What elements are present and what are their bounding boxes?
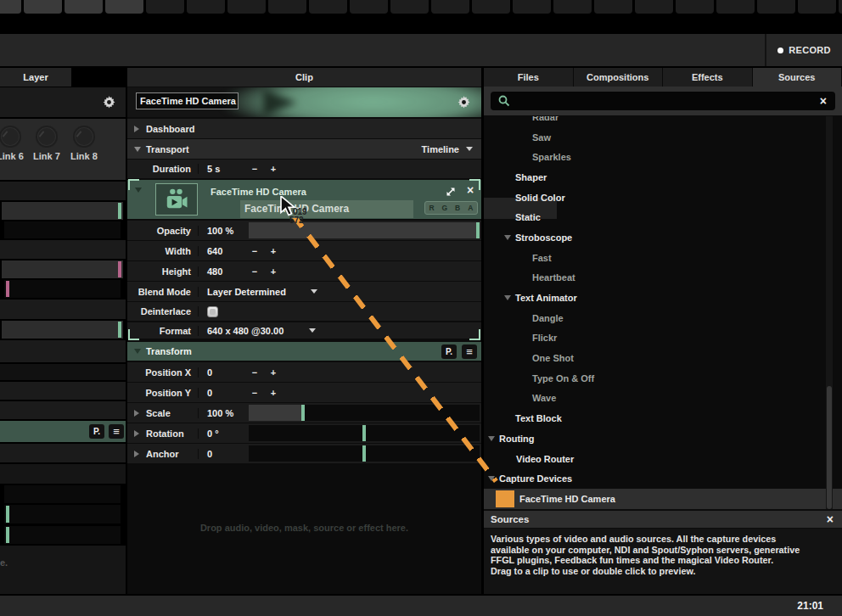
deinterlace-checkbox[interactable] xyxy=(207,306,218,317)
height-value[interactable]: 480 xyxy=(207,266,246,277)
transport-mode-dropdown[interactable]: Timeline xyxy=(422,144,481,154)
width-increment-button[interactable]: + xyxy=(267,246,280,256)
source-list-item[interactable]: Shaper xyxy=(484,167,842,188)
clip-cell[interactable] xyxy=(676,0,714,14)
channel-toggle-group[interactable]: R G B A xyxy=(424,201,478,215)
collapse-triangle-icon[interactable] xyxy=(134,451,139,457)
close-source-icon[interactable]: × xyxy=(467,184,474,196)
clear-search-icon[interactable]: × xyxy=(820,95,827,107)
source-list-item[interactable]: Solid Color xyxy=(484,188,842,208)
collapse-triangle-icon[interactable] xyxy=(134,126,139,132)
clip-cell[interactable] xyxy=(187,0,225,14)
source-list-item[interactable]: Heartbeat xyxy=(484,268,842,288)
position-x-decrement-button[interactable]: − xyxy=(248,367,261,378)
expand-triangle-icon[interactable] xyxy=(504,235,511,240)
position-y-value[interactable]: 0 xyxy=(207,388,246,398)
layer-slider[interactable] xyxy=(4,221,121,238)
clip-cell[interactable] xyxy=(513,0,551,14)
clip-cell[interactable] xyxy=(268,0,306,14)
position-x-value[interactable]: 0 xyxy=(207,367,246,378)
gear-icon[interactable] xyxy=(457,96,470,112)
menu-button[interactable]: ≡ xyxy=(462,344,477,359)
clip-cell[interactable] xyxy=(350,0,388,14)
scale-value[interactable]: 100 % xyxy=(207,408,246,418)
layer-slider[interactable] xyxy=(2,202,123,220)
clip-cell[interactable] xyxy=(0,0,21,14)
anchor-slider[interactable] xyxy=(249,445,480,462)
dashboard-section-header[interactable]: Dashboard xyxy=(127,119,481,138)
source-list-item[interactable]: Text Block xyxy=(484,408,842,428)
blend-mode-dropdown[interactable]: Layer Determined xyxy=(207,287,300,297)
transport-section-header[interactable]: Transport Timeline xyxy=(127,139,481,159)
duration-value[interactable]: 5 s xyxy=(207,164,246,174)
clip-cell[interactable] xyxy=(390,0,429,14)
link8-knob[interactable] xyxy=(73,126,95,148)
source-list-item[interactable]: Saw xyxy=(484,127,842,148)
rotation-value[interactable]: 0 ° xyxy=(207,428,246,439)
source-list-item[interactable]: Stroboscope xyxy=(484,227,842,248)
clip-name-input[interactable]: FaceTime HD Camera xyxy=(136,92,239,109)
scrollbar-track[interactable] xyxy=(826,116,833,509)
clip-cell[interactable] xyxy=(65,0,103,14)
position-x-increment-button[interactable]: + xyxy=(267,367,280,378)
format-dropdown[interactable]: 640 x 480 @30.00 xyxy=(207,326,299,336)
link7-knob[interactable] xyxy=(36,126,58,148)
source-list-item[interactable]: Flickr xyxy=(484,328,842,349)
layer-slider[interactable] xyxy=(4,505,121,524)
clip-cell[interactable] xyxy=(635,0,673,14)
expand-triangle-icon[interactable] xyxy=(134,147,141,152)
expand-triangle-icon[interactable] xyxy=(135,188,142,193)
search-input[interactable] xyxy=(516,92,805,110)
expand-triangle-icon[interactable] xyxy=(504,295,511,300)
param-p-button[interactable]: P. xyxy=(441,344,457,359)
source-list-item[interactable]: Text Animator xyxy=(484,288,842,308)
clip-cell[interactable] xyxy=(431,0,469,14)
width-decrement-button[interactable]: − xyxy=(248,246,261,256)
channel-r-button[interactable]: R xyxy=(425,202,438,214)
layer-slider[interactable] xyxy=(4,485,121,503)
source-list-item[interactable]: Static xyxy=(484,207,842,227)
transform-section-header[interactable]: Transform P. ≡ xyxy=(127,342,481,361)
layer-slider[interactable] xyxy=(4,526,121,544)
height-decrement-button[interactable]: − xyxy=(248,266,261,277)
source-list-item[interactable]: Radar xyxy=(484,116,842,127)
gear-icon[interactable] xyxy=(103,96,115,112)
clip-drop-area[interactable]: Drop audio, video, mask, source or effec… xyxy=(127,464,481,594)
source-list-item[interactable]: One Shot xyxy=(484,348,842,368)
channel-b-button[interactable]: B xyxy=(452,202,464,214)
menu-button[interactable]: ≡ xyxy=(109,424,124,439)
tab-files[interactable]: Files xyxy=(484,68,574,87)
clip-cell[interactable] xyxy=(716,0,755,14)
anchor-value[interactable]: 0 xyxy=(207,449,246,459)
clip-cell[interactable] xyxy=(309,0,347,14)
layer-slider[interactable] xyxy=(2,321,123,339)
source-list-item[interactable]: Wave xyxy=(484,389,842,409)
clip-cell[interactable] xyxy=(798,0,836,14)
clip-cell[interactable] xyxy=(839,0,842,14)
clip-cell[interactable] xyxy=(757,0,795,14)
param-p-button[interactable]: P. xyxy=(89,424,104,439)
position-y-increment-button[interactable]: + xyxy=(267,388,280,398)
close-info-icon[interactable]: × xyxy=(827,513,842,525)
position-y-decrement-button[interactable]: − xyxy=(248,388,261,398)
source-list-item[interactable]: FaceTime HD Camera xyxy=(484,489,842,509)
duration-decrement-button[interactable]: − xyxy=(248,164,261,174)
layer-slider[interactable] xyxy=(2,260,123,278)
clip-cell[interactable] xyxy=(553,0,592,14)
tab-compositions[interactable]: Compositions xyxy=(574,68,664,87)
source-list-item[interactable]: Capture Devices xyxy=(484,468,842,489)
channel-a-button[interactable]: A xyxy=(464,202,477,214)
duration-increment-button[interactable]: + xyxy=(267,164,280,174)
clip-cell[interactable] xyxy=(24,0,62,14)
source-list-item[interactable]: Dangle xyxy=(484,308,842,328)
source-list-item[interactable]: Routing xyxy=(484,428,842,449)
opacity-slider[interactable] xyxy=(249,222,480,238)
clip-cell[interactable] xyxy=(472,0,510,14)
source-list-item[interactable]: Video Router xyxy=(484,449,842,469)
expand-triangle-icon[interactable] xyxy=(134,349,141,354)
collapse-triangle-icon[interactable] xyxy=(134,430,139,437)
source-list-item[interactable]: Type On & Off xyxy=(484,368,842,389)
collapse-triangle-icon[interactable] xyxy=(134,410,139,417)
tab-sources[interactable]: Sources xyxy=(753,68,842,87)
channel-g-button[interactable]: G xyxy=(438,202,451,214)
